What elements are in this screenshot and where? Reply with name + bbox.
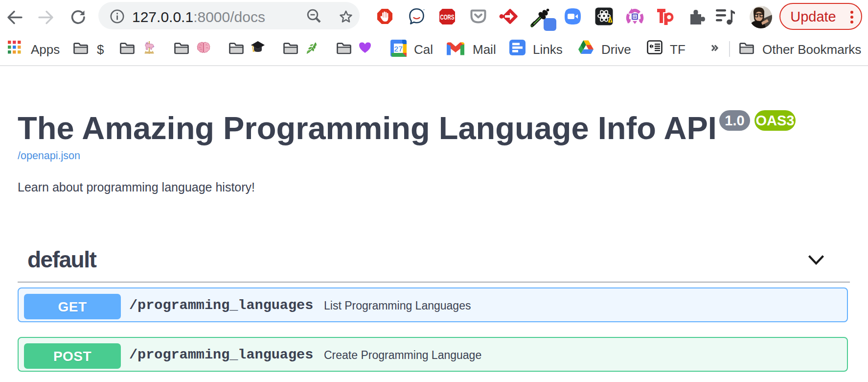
svg-text:27: 27: [394, 45, 403, 53]
svg-text:CORS: CORS: [440, 13, 455, 21]
